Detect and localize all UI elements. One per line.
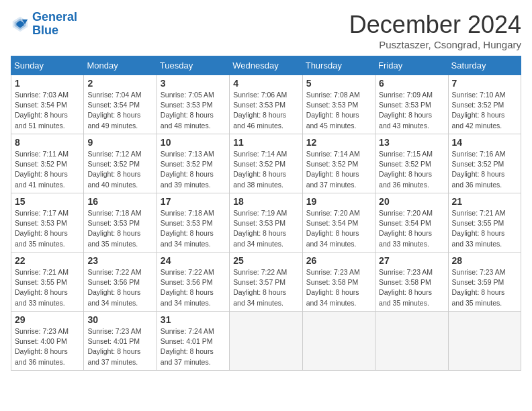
calendar-day-cell: 31 Sunrise: 7:24 AM Sunset: 4:01 PM Dayl… [157,312,229,371]
month-title: December 2024 [349,11,521,39]
day-number: 7 [452,78,517,89]
day-info: Sunrise: 7:23 AM Sunset: 3:58 PM Dayligh… [306,267,371,308]
calendar-day-cell: 27 Sunrise: 7:23 AM Sunset: 3:58 PM Dayl… [375,253,448,312]
calendar-day-cell: 25 Sunrise: 7:22 AM Sunset: 3:57 PM Dayl… [230,253,302,312]
calendar-day-cell: 24 Sunrise: 7:22 AM Sunset: 3:56 PM Dayl… [157,253,229,312]
day-number: 3 [161,78,226,89]
col-tuesday: Tuesday [157,56,229,75]
calendar-day-cell [448,312,521,371]
calendar-day-cell: 11 Sunrise: 7:14 AM Sunset: 3:52 PM Dayl… [230,134,302,193]
calendar-day-cell: 4 Sunrise: 7:06 AM Sunset: 3:53 PM Dayli… [230,75,302,134]
day-info: Sunrise: 7:04 AM Sunset: 3:54 PM Dayligh… [87,90,152,131]
day-info: Sunrise: 7:15 AM Sunset: 3:52 PM Dayligh… [379,149,444,190]
day-info: Sunrise: 7:16 AM Sunset: 3:52 PM Dayligh… [452,149,517,190]
calendar-day-cell: 3 Sunrise: 7:05 AM Sunset: 3:53 PM Dayli… [157,75,229,134]
day-info: Sunrise: 7:21 AM Sunset: 3:55 PM Dayligh… [15,267,80,308]
calendar-week-row: 1 Sunrise: 7:03 AM Sunset: 3:54 PM Dayli… [11,75,521,134]
day-number: 6 [379,78,444,89]
day-info: Sunrise: 7:17 AM Sunset: 3:53 PM Dayligh… [15,208,80,249]
logo-general: General [32,10,77,24]
day-number: 1 [15,78,80,89]
day-number: 20 [379,196,444,207]
day-info: Sunrise: 7:23 AM Sunset: 4:01 PM Dayligh… [87,326,152,367]
day-number: 8 [15,137,80,148]
calendar-week-row: 15 Sunrise: 7:17 AM Sunset: 3:53 PM Dayl… [11,193,521,253]
calendar-day-cell: 15 Sunrise: 7:17 AM Sunset: 3:53 PM Dayl… [11,193,84,253]
calendar-day-cell: 22 Sunrise: 7:21 AM Sunset: 3:55 PM Dayl… [11,253,84,312]
calendar-week-row: 29 Sunrise: 7:23 AM Sunset: 4:00 PM Dayl… [11,312,521,371]
day-info: Sunrise: 7:22 AM Sunset: 3:56 PM Dayligh… [161,267,226,308]
calendar-day-cell: 20 Sunrise: 7:20 AM Sunset: 3:54 PM Dayl… [375,193,448,253]
col-monday: Monday [84,56,157,75]
calendar-day-cell: 8 Sunrise: 7:11 AM Sunset: 3:52 PM Dayli… [11,134,84,193]
day-number: 19 [306,196,371,207]
day-info: Sunrise: 7:20 AM Sunset: 3:54 PM Dayligh… [306,208,371,249]
day-info: Sunrise: 7:22 AM Sunset: 3:57 PM Dayligh… [233,267,298,308]
calendar-day-cell: 29 Sunrise: 7:23 AM Sunset: 4:00 PM Dayl… [11,312,84,371]
day-number: 27 [379,255,444,266]
calendar-day-cell: 1 Sunrise: 7:03 AM Sunset: 3:54 PM Dayli… [11,75,84,134]
calendar-day-cell: 14 Sunrise: 7:16 AM Sunset: 3:52 PM Dayl… [448,134,521,193]
col-wednesday: Wednesday [230,56,302,75]
calendar-day-cell [230,312,302,371]
day-info: Sunrise: 7:18 AM Sunset: 3:53 PM Dayligh… [161,208,226,249]
day-info: Sunrise: 7:20 AM Sunset: 3:54 PM Dayligh… [379,208,444,249]
day-info: Sunrise: 7:14 AM Sunset: 3:52 PM Dayligh… [306,149,371,190]
day-number: 31 [161,314,226,325]
day-number: 30 [87,314,152,325]
logo-blue: Blue [32,24,58,37]
col-thursday: Thursday [302,56,375,75]
day-info: Sunrise: 7:12 AM Sunset: 3:52 PM Dayligh… [87,149,152,190]
day-number: 28 [452,255,517,266]
day-number: 15 [15,196,80,207]
day-number: 9 [87,137,152,148]
day-number: 26 [306,255,371,266]
calendar-header-row: Sunday Monday Tuesday Wednesday Thursday… [11,56,521,75]
day-number: 16 [87,196,152,207]
day-number: 2 [87,78,152,89]
logo: General Blue [11,11,77,38]
day-info: Sunrise: 7:23 AM Sunset: 3:58 PM Dayligh… [379,267,444,308]
calendar-day-cell: 9 Sunrise: 7:12 AM Sunset: 3:52 PM Dayli… [84,134,157,193]
calendar-day-cell: 23 Sunrise: 7:22 AM Sunset: 3:56 PM Dayl… [84,253,157,312]
calendar-day-cell: 13 Sunrise: 7:15 AM Sunset: 3:52 PM Dayl… [375,134,448,193]
day-info: Sunrise: 7:24 AM Sunset: 4:01 PM Dayligh… [161,326,226,367]
calendar-day-cell [302,312,375,371]
location-subtitle: Pusztaszer, Csongrad, Hungary [349,39,521,50]
day-number: 22 [15,255,80,266]
day-number: 18 [233,196,298,207]
calendar-day-cell: 26 Sunrise: 7:23 AM Sunset: 3:58 PM Dayl… [302,253,375,312]
title-block: December 2024 Pusztaszer, Csongrad, Hung… [349,11,521,50]
day-info: Sunrise: 7:21 AM Sunset: 3:55 PM Dayligh… [452,208,517,249]
calendar-day-cell: 2 Sunrise: 7:04 AM Sunset: 3:54 PM Dayli… [84,75,157,134]
day-number: 23 [87,255,152,266]
day-number: 25 [233,255,298,266]
day-number: 21 [452,196,517,207]
day-info: Sunrise: 7:13 AM Sunset: 3:52 PM Dayligh… [161,149,226,190]
day-info: Sunrise: 7:08 AM Sunset: 3:53 PM Dayligh… [306,90,371,131]
day-number: 4 [233,78,298,89]
calendar-day-cell: 12 Sunrise: 7:14 AM Sunset: 3:52 PM Dayl… [302,134,375,193]
logo-icon [11,15,30,34]
day-number: 24 [161,255,226,266]
calendar-day-cell: 21 Sunrise: 7:21 AM Sunset: 3:55 PM Dayl… [448,193,521,253]
day-number: 12 [306,137,371,148]
day-info: Sunrise: 7:19 AM Sunset: 3:53 PM Dayligh… [233,208,298,249]
calendar-day-cell [375,312,448,371]
day-info: Sunrise: 7:23 AM Sunset: 4:00 PM Dayligh… [15,326,80,367]
day-info: Sunrise: 7:03 AM Sunset: 3:54 PM Dayligh… [15,90,80,131]
day-number: 10 [161,137,226,148]
day-number: 14 [452,137,517,148]
logo-text: General Blue [32,11,77,38]
page-header: General Blue December 2024 Pusztaszer, C… [11,11,521,50]
calendar-day-cell: 16 Sunrise: 7:18 AM Sunset: 3:53 PM Dayl… [84,193,157,253]
day-info: Sunrise: 7:14 AM Sunset: 3:52 PM Dayligh… [233,149,298,190]
day-info: Sunrise: 7:09 AM Sunset: 3:53 PM Dayligh… [379,90,444,131]
calendar-day-cell: 7 Sunrise: 7:10 AM Sunset: 3:52 PM Dayli… [448,75,521,134]
day-number: 17 [161,196,226,207]
calendar-day-cell: 28 Sunrise: 7:23 AM Sunset: 3:59 PM Dayl… [448,253,521,312]
day-number: 11 [233,137,298,148]
calendar-week-row: 8 Sunrise: 7:11 AM Sunset: 3:52 PM Dayli… [11,134,521,193]
col-saturday: Saturday [448,56,521,75]
col-sunday: Sunday [11,56,84,75]
